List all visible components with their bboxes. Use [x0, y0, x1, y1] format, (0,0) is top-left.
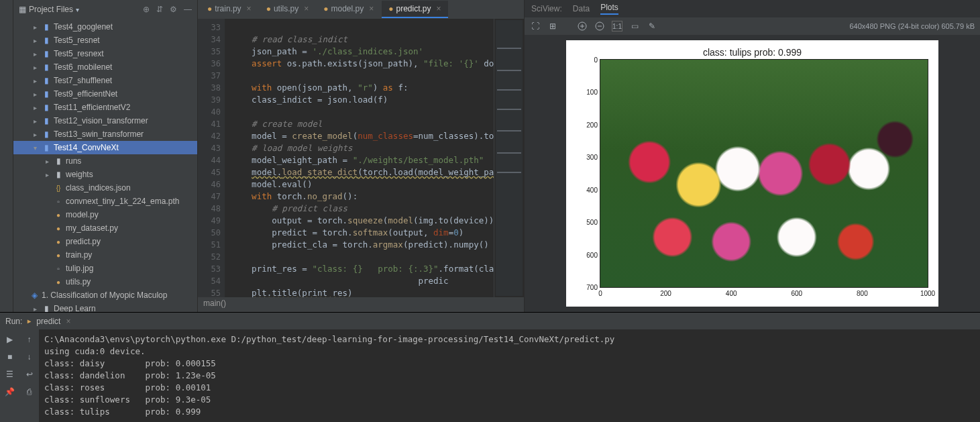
print-icon[interactable]: ⎙ [23, 386, 36, 398]
line-number[interactable]: 33 [198, 21, 221, 34]
tab-plots[interactable]: Plots [600, 3, 618, 15]
line-number[interactable]: 39 [198, 94, 221, 106]
stop-button[interactable]: ■ [4, 351, 16, 363]
tree-item[interactable]: ●predict.py [13, 235, 197, 248]
line-number[interactable]: 44 [198, 154, 221, 166]
tree-item[interactable]: ▾▮Test14_ConvNeXt [13, 141, 197, 154]
chevron-icon[interactable]: ▸ [31, 77, 39, 85]
tree-item[interactable]: ▸▮Test11_efficientnetV2 [13, 101, 197, 114]
line-number[interactable]: 41 [198, 118, 221, 130]
line-number[interactable]: 54 [198, 275, 221, 287]
zoom-out-icon[interactable] [594, 21, 605, 32]
breadcrumb[interactable]: main() [198, 297, 524, 312]
dropdown-icon[interactable] [76, 5, 79, 14]
tree-item[interactable]: ▸▮weights [13, 168, 197, 181]
zoom-in-icon[interactable] [577, 21, 588, 32]
close-icon[interactable]: × [304, 4, 309, 13]
tree-item[interactable]: ▸▮Test12_vision_transformer [13, 114, 197, 127]
up-icon[interactable]: ↑ [23, 333, 36, 346]
down-icon[interactable]: ↓ [23, 351, 36, 363]
chevron-icon[interactable]: ▸ [31, 104, 39, 111]
grid-icon[interactable]: ⊞ [547, 21, 558, 32]
line-number[interactable]: 40 [198, 106, 221, 118]
chevron-icon[interactable]: ▸ [31, 64, 39, 71]
line-number[interactable]: 49 [198, 215, 221, 227]
fit-icon[interactable]: ⛶ [530, 21, 541, 32]
python-file-icon: ● [323, 4, 328, 13]
tree-item[interactable]: ▸▮Test9_efficientNet [13, 87, 197, 101]
plot-figure[interactable]: class: tulips prob: 0.999 01002003004005… [566, 40, 938, 307]
run-console[interactable]: C:\Anaconda3\envs\pytorch\python.exe D:/… [39, 329, 980, 422]
tree-item[interactable]: ▸▮Test5_resnet [13, 34, 197, 47]
chevron-icon[interactable]: ▾ [31, 144, 39, 152]
chevron-icon[interactable]: ▸ [43, 158, 51, 165]
run-button[interactable]: ▶ [4, 333, 16, 346]
code-minimap[interactable]: ! [494, 19, 524, 297]
chevron-icon[interactable]: ▸ [31, 117, 39, 125]
left-tool-strip[interactable] [0, 0, 13, 312]
expand-icon[interactable]: ⇵ [156, 5, 163, 14]
tree-item[interactable]: ▫tulip.jpg [13, 262, 197, 275]
tree-item[interactable]: ●train.py [13, 248, 197, 262]
locate-icon[interactable]: ⊕ [143, 5, 150, 14]
chevron-icon[interactable]: ▸ [31, 91, 39, 98]
line-number[interactable]: 42 [198, 130, 221, 142]
gear-icon[interactable]: ⚙ [170, 5, 177, 14]
tree-item[interactable]: ●model.py [13, 208, 197, 221]
tree-item[interactable]: ▸▮Test5_resnext [13, 47, 197, 60]
tree-item[interactable]: ▸▮Deep Learn [13, 302, 197, 312]
line-number[interactable]: 45 [198, 166, 221, 178]
line-number[interactable]: 53 [198, 263, 221, 275]
line-number[interactable]: 50 [198, 227, 221, 239]
line-number[interactable]: 43 [198, 142, 221, 154]
tree-item[interactable]: {}class_indices.json [13, 181, 197, 195]
tree-item[interactable]: ▸▮runs [13, 154, 197, 168]
pin-icon[interactable]: 📌 [4, 386, 16, 398]
close-tab-icon[interactable]: × [66, 317, 70, 326]
chevron-icon[interactable]: ▸ [31, 37, 39, 44]
line-number[interactable]: 36 [198, 58, 221, 70]
wrap-icon[interactable]: ↩ [23, 368, 36, 380]
chevron-icon[interactable]: ▸ [43, 171, 51, 178]
color-picker-icon[interactable]: ✎ [647, 21, 657, 32]
chevron-icon[interactable]: ▸ [31, 50, 39, 58]
line-number[interactable]: 35 [198, 46, 221, 58]
line-number[interactable]: 55 [198, 287, 221, 297]
sidebar-title[interactable]: Project Files [29, 5, 73, 14]
chevron-icon[interactable]: ▸ [31, 131, 39, 138]
editor-tab[interactable]: ●train.py× [201, 1, 258, 18]
tree-item[interactable]: ▸▮Test13_swin_transformer [13, 127, 197, 141]
chevron-icon[interactable]: ▸ [31, 23, 39, 31]
editor-tab[interactable]: ●model.py× [317, 1, 380, 18]
tree-item[interactable]: ▫convnext_tiny_1k_224_ema.pth [13, 195, 197, 208]
editor-tab[interactable]: ●utils.py× [260, 1, 316, 18]
line-number[interactable]: 38 [198, 82, 221, 94]
tree-item[interactable]: ●my_dataset.py [13, 221, 197, 235]
tab-data[interactable]: Data [573, 4, 590, 13]
line-number[interactable]: 47 [198, 191, 221, 203]
line-gutter[interactable]: 3334353637383940414243444546474849505152… [198, 19, 225, 297]
zoom-ratio[interactable]: 1:1 [612, 21, 622, 32]
layout-icon[interactable]: ☰ [4, 368, 16, 380]
close-icon[interactable]: × [369, 4, 374, 13]
close-icon[interactable]: × [247, 4, 252, 13]
code-content[interactable]: # read class_indict json_path = './class… [225, 19, 494, 297]
chevron-icon[interactable]: ▸ [31, 305, 39, 313]
run-config-name[interactable]: predict [36, 317, 60, 326]
rect-icon[interactable]: ▭ [629, 21, 640, 32]
line-number[interactable]: 48 [198, 203, 221, 215]
line-number[interactable]: 52 [198, 251, 221, 263]
tree-item[interactable]: ▸▮Test6_mobilenet [13, 60, 197, 74]
editor-tab[interactable]: ●predict.py× [382, 1, 447, 18]
tree-item[interactable]: ●utils.py [13, 275, 197, 288]
tree-item[interactable]: ▸▮Test4_googlenet [13, 20, 197, 34]
project-tree[interactable]: ▸▮Test4_googlenet▸▮Test5_resnet▸▮Test5_r… [13, 19, 197, 312]
line-number[interactable]: 37 [198, 70, 221, 82]
hide-icon[interactable]: — [184, 5, 192, 14]
tree-item[interactable]: ◈1. Classification of Myopic Maculop [13, 288, 197, 302]
line-number[interactable]: 51 [198, 239, 221, 251]
line-number[interactable]: 46 [198, 178, 221, 191]
line-number[interactable]: 34 [198, 34, 221, 46]
tree-item[interactable]: ▸▮Test7_shufflenet [13, 74, 197, 87]
close-icon[interactable]: × [437, 4, 441, 13]
